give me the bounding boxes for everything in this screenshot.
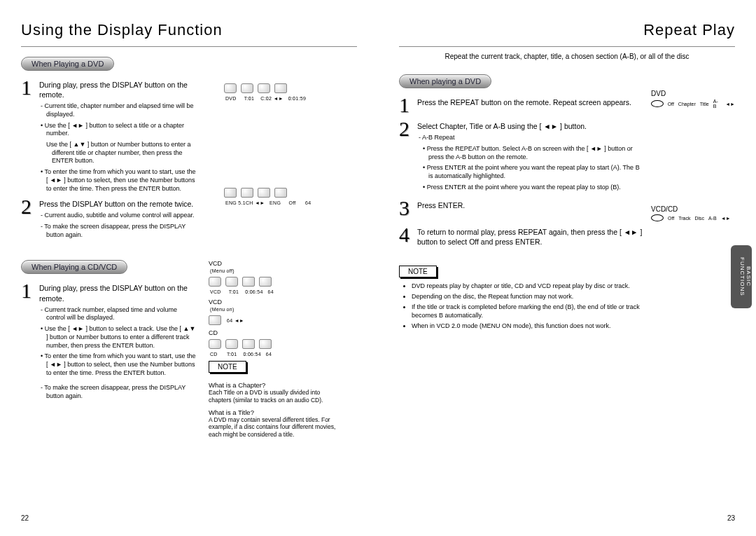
step-number: 4 — [399, 225, 417, 245]
volume-icon — [259, 277, 272, 287]
note-item: DVD repeats play by chapter or title, CD… — [412, 282, 644, 290]
repeat-osd-bar-vcdcd: Off Track Disc A-B ◄► — [651, 214, 735, 221]
step-sub: • To enter the time from which you want … — [39, 352, 196, 377]
osd-row-vcd-off — [209, 277, 343, 287]
step-2-dvd: 2 Press the DISPLAY button on the remote… — [21, 197, 196, 239]
osd-caption: DVD T:01 C:02 ◄► 0:01:59 — [225, 96, 343, 101]
repeat-step-4: 4 To return to normal play, press REPEAT… — [399, 225, 644, 247]
step-sub: - Current audio, subtitle and volume con… — [39, 212, 196, 220]
osd-caption: ENG 5.1CH ◄► ENG Off 64 — [225, 200, 343, 205]
off-icon — [258, 188, 270, 198]
clock-icon — [258, 83, 270, 93]
repeat-osd-bar-dvd: Off Chapter Title A-B ◄► — [651, 99, 735, 109]
repeat-step-2: 2 Select Chapter, Title or A-B using the… — [399, 119, 644, 191]
note-item: Depending on the disc, the Repeat functi… — [412, 292, 644, 301]
page-title-right: Repeat Play — [399, 21, 735, 39]
step-sub: • Press ENTER at the point where you wan… — [417, 184, 644, 192]
clock-icon — [225, 277, 238, 287]
osd-icon-row-1 — [224, 83, 343, 93]
section-heading-repeat-dvd: When playing a DVD — [399, 74, 491, 88]
media-label-vcd-on: VCD (Menu on) — [209, 298, 343, 312]
repeat-icon — [651, 214, 664, 221]
rule — [21, 46, 357, 47]
step-text: During play, press the DISPLAY button on… — [39, 283, 196, 303]
repeat-step-3: 3 Press ENTER. — [399, 198, 644, 218]
repeat-icon — [651, 100, 664, 107]
qa-head-title: What is a Title? — [209, 408, 343, 416]
step-number: 1 — [399, 95, 417, 115]
disc-icon — [209, 339, 221, 349]
osd-row-cd — [209, 339, 343, 349]
intro-text: Repeat the current track, chapter, title… — [399, 53, 735, 60]
disc-icon — [209, 277, 221, 287]
media-label-cd: CD — [209, 329, 343, 336]
qa-body-chapter: Each Title on a DVD is usually divided i… — [209, 389, 343, 404]
note-box: NOTE — [399, 266, 437, 277]
step-sub: - To make the screen disappear, press th… — [39, 384, 196, 400]
repeat-step-1: 1 Press the REPEAT button on the remote.… — [399, 95, 644, 115]
step-text: To return to normal play, press REPEAT a… — [417, 225, 644, 247]
step-number: 1 — [21, 78, 39, 97]
step-sub-head: - A-B Repeat — [417, 134, 644, 142]
subtitle-icon — [241, 188, 253, 198]
time-icon — [242, 339, 255, 349]
note-item: When in VCD 2.0 mode (MENU ON mode), thi… — [412, 322, 644, 330]
step-1-cdvcd: 1 During play, press the DISPLAY button … — [21, 281, 196, 400]
step-text: Press the REPEAT button on the remote. R… — [417, 95, 644, 107]
step-number: 1 — [21, 281, 39, 301]
step-sub: - To make the screen disappear, press th… — [39, 223, 196, 239]
note-box: NOTE — [209, 361, 246, 373]
audio-icon — [224, 188, 237, 198]
step-sub: • Press the REPEAT button. Select A-B on… — [417, 145, 644, 161]
disc-icon — [224, 83, 237, 93]
step-text: Press the DISPLAY button on the remote t… — [39, 199, 196, 209]
step-text: During play, press the DISPLAY button on… — [39, 80, 196, 99]
step-number: 2 — [399, 119, 417, 139]
step-number: 3 — [399, 198, 417, 218]
repeat-osd-label-dvd: DVD — [651, 90, 735, 97]
step-sub: - Current title, chapter number and elap… — [39, 102, 196, 118]
volume-icon — [274, 188, 287, 198]
volume-icon — [259, 339, 272, 349]
side-tab-basic-functions: BASIC FUNCTIONS — [731, 245, 752, 308]
step-sub: • Press ENTER at the point where you wan… — [417, 164, 644, 180]
step-sub: • To enter the time from which you want … — [39, 168, 196, 193]
step-number: 2 — [21, 197, 39, 217]
page-right: Repeat Play Repeat the current track, ch… — [378, 0, 756, 536]
section-heading-dvd: When Playing a DVD — [21, 57, 114, 71]
time-icon — [274, 83, 287, 93]
page-left: Using the Display Function When Playing … — [0, 0, 378, 536]
osd-row-vcd-on: 64 ◄► — [209, 315, 343, 325]
rule — [399, 46, 735, 47]
page-number-right: 23 — [727, 514, 735, 522]
step-sub: Use the [ ▲▼ ] button or Number buttons … — [39, 141, 196, 165]
time-icon — [242, 277, 255, 287]
section-heading-cdvcd: When Playing a CD/VCD — [21, 260, 127, 274]
osd-icon-row-2 — [224, 188, 343, 198]
volume-icon — [209, 315, 221, 325]
media-label-vcd-off: VCD (Menu off) — [209, 260, 343, 274]
step-sub: • Use the [ ◄► ] button to select a titl… — [39, 122, 196, 138]
step-sub: - Current track number, elapsed time and… — [39, 306, 196, 322]
osd-caption: CD T:01 0:06:54 64 — [210, 352, 343, 357]
clock-icon — [241, 83, 253, 93]
qa-body-title: A DVD may contain several different titl… — [209, 416, 343, 439]
clock-icon — [225, 339, 238, 349]
step-text: Press ENTER. — [417, 198, 644, 210]
osd-caption: VCD T:01 0:06:54 64 — [210, 289, 343, 294]
repeat-osd-label-vcdcd: VCD/CD — [651, 205, 735, 213]
page-number-left: 22 — [21, 514, 29, 522]
step-sub: • Use the [ ◄► ] button to select a trac… — [39, 325, 196, 350]
note-list: DVD repeats play by chapter or title, CD… — [399, 282, 644, 331]
note-item: If the title or track is completed befor… — [412, 303, 644, 319]
page-title-left: Using the Display Function — [21, 21, 357, 39]
step-1-dvd: 1 During play, press the DISPLAY button … — [21, 78, 196, 193]
step-text: Select Chapter, Title or A-B using the [… — [417, 121, 644, 131]
qa-head-chapter: What is a Chapter? — [209, 381, 343, 389]
